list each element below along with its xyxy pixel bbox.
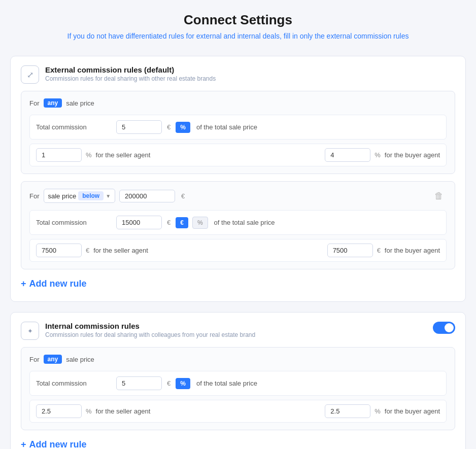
int-any-commission-value[interactable] xyxy=(116,376,162,390)
external-section-title: External commission rules (default) xyxy=(45,65,455,74)
sale-price-dropdown[interactable]: sale price below ▼ xyxy=(44,189,116,203)
ext-any-total-commission-row: Total commission € % of the total sale p… xyxy=(29,115,447,140)
ext-any-commission-desc: of the total sale price xyxy=(196,123,257,131)
ext-below-buyer-input[interactable] xyxy=(327,244,373,257)
ext-any-commission-label: Total commission xyxy=(36,123,112,131)
ext-below-percent-btn[interactable]: % xyxy=(192,217,208,229)
ext-any-buyer-desc: for the buyer agent xyxy=(385,151,440,159)
add-internal-rule-plus: + xyxy=(21,439,26,449)
ext-below-commission-value[interactable] xyxy=(116,216,162,229)
int-any-buyer-desc: for the buyer agent xyxy=(385,407,440,415)
dropdown-label: sale price xyxy=(48,192,77,200)
ext-below-euro-sign: € xyxy=(167,219,171,226)
external-commission-section: ⤢ External commission rules (default) Co… xyxy=(10,56,466,302)
ext-below-sub-row: € for the seller agent € for the buyer a… xyxy=(29,239,447,262)
internal-section-title: Internal commission rules xyxy=(45,322,433,330)
badge-any-int[interactable]: any xyxy=(44,355,62,364)
ext-below-seller-input[interactable] xyxy=(36,244,82,257)
ext-any-euro-sign: € xyxy=(167,123,171,131)
ext-below-buyer-desc: for the buyer agent xyxy=(385,247,440,254)
badge-below: below xyxy=(78,191,104,200)
int-any-total-commission-row: Total commission € % of the total sale p… xyxy=(29,371,447,396)
badge-any-ext[interactable]: any xyxy=(44,98,62,108)
external-rule-any: For any sale price Total commission € % … xyxy=(21,91,455,174)
ext-any-seller-input[interactable] xyxy=(36,148,82,162)
for-label-int-any: For xyxy=(29,356,40,363)
sale-price-label-int-any: sale price xyxy=(66,356,94,363)
external-rule-below: For sale price below ▼ € 🗑 Total commiss… xyxy=(21,181,455,269)
add-rule-plus: + xyxy=(21,279,26,289)
int-any-sub-row: % for the seller agent % for the buyer a… xyxy=(29,400,447,423)
ext-any-buyer-input[interactable] xyxy=(325,148,370,162)
int-any-commission-desc: of the total sale price xyxy=(196,379,257,387)
page-subtitle: If you do not have differentiated rules … xyxy=(67,31,409,42)
page-title: Connect Settings xyxy=(184,12,292,28)
internal-toggle[interactable] xyxy=(433,322,455,334)
ext-any-percent-btn[interactable]: % xyxy=(176,122,190,133)
internal-commission-section: ✦ Internal commission rules Commission r… xyxy=(10,312,466,449)
ext-below-euro-btn[interactable]: € xyxy=(176,217,188,228)
add-external-rule-btn[interactable]: + Add new rule xyxy=(21,277,87,291)
ext-below-seller-desc: for the seller agent xyxy=(93,247,148,254)
add-internal-rule-label: Add new rule xyxy=(29,439,87,449)
external-section-subtitle: Commission rules for deal sharing with o… xyxy=(45,75,455,82)
int-any-buyer-unit: % xyxy=(375,407,381,415)
ext-any-seller-desc: for the seller agent xyxy=(96,151,151,159)
add-internal-rule-btn[interactable]: + Add new rule xyxy=(21,437,87,449)
add-rule-label: Add new rule xyxy=(29,279,87,289)
internal-section-icon: ✦ xyxy=(21,322,39,340)
int-any-commission-label: Total commission xyxy=(36,379,112,387)
for-label-ext-below: For xyxy=(29,192,40,200)
ext-any-sub-row: % for the seller agent % for the buyer a… xyxy=(29,144,447,166)
ext-below-buyer-unit: € xyxy=(377,247,381,254)
internal-section-subtitle: Commission rules for deal sharing with c… xyxy=(45,331,433,338)
ext-below-amount-input[interactable] xyxy=(119,190,175,202)
int-any-euro-sign: € xyxy=(167,379,171,387)
ext-below-amount-unit: € xyxy=(181,192,185,200)
int-any-seller-desc: for the seller agent xyxy=(96,407,151,415)
int-any-buyer-input[interactable] xyxy=(325,404,370,418)
internal-rule-any: For any sale price Total commission € % … xyxy=(21,347,455,430)
sale-price-label-ext-any: sale price xyxy=(66,99,94,107)
ext-any-commission-value[interactable] xyxy=(116,120,162,134)
int-any-seller-unit: % xyxy=(86,407,92,415)
ext-below-commission-desc: of the total sale price xyxy=(214,219,275,226)
ext-below-commission-label: Total commission xyxy=(36,219,112,226)
int-any-percent-btn[interactable]: % xyxy=(176,378,190,389)
ext-any-buyer-unit: % xyxy=(375,151,381,159)
delete-rule-below-btn[interactable]: 🗑 xyxy=(431,190,447,202)
dropdown-chevron: ▼ xyxy=(106,193,111,199)
external-section-icon: ⤢ xyxy=(21,65,39,84)
ext-below-total-commission-row: Total commission € € % of the total sale… xyxy=(29,210,447,235)
ext-any-seller-unit: % xyxy=(86,151,92,159)
ext-below-seller-unit: € xyxy=(86,247,89,254)
int-any-seller-input[interactable] xyxy=(36,404,82,418)
for-label-ext-any: For xyxy=(29,99,40,107)
